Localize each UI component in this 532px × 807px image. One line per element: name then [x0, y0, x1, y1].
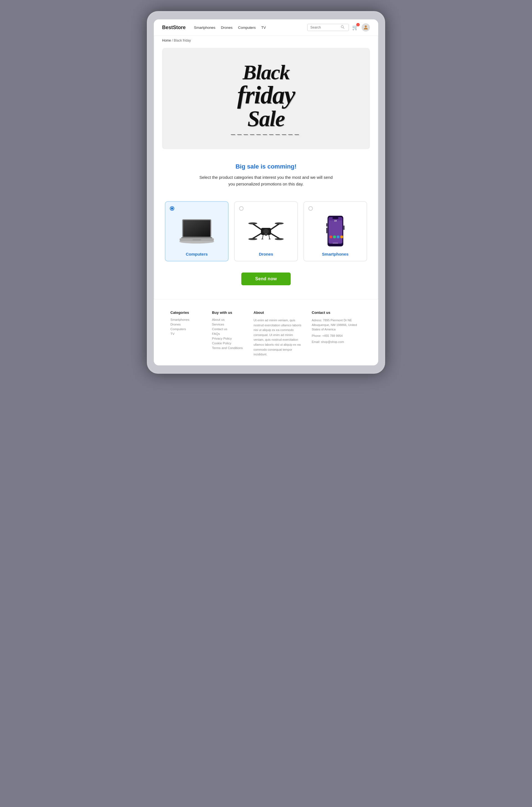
radio-smartphones	[308, 206, 313, 211]
svg-point-22	[252, 238, 253, 240]
svg-rect-6	[181, 237, 212, 239]
svg-rect-41	[326, 223, 327, 226]
footer-cat-tv[interactable]: TV	[170, 332, 204, 335]
footer-about-title: About	[253, 311, 303, 315]
sale-description: Select the product categories that inter…	[188, 174, 344, 187]
footer-buy-services[interactable]: Services	[212, 323, 245, 326]
svg-rect-39	[340, 236, 343, 238]
search-icon	[341, 25, 344, 30]
nav-drones[interactable]: Drones	[221, 25, 232, 30]
hero-line1: Black	[231, 62, 301, 82]
hero-banner: Black friday Sale ___________	[162, 48, 370, 149]
svg-line-27	[269, 235, 270, 239]
footer-contact-address: Adress: 7895 Piermont Dr NE Albuquerque,…	[312, 318, 362, 332]
sale-section: Big sale is comming! Select the product …	[154, 152, 378, 193]
footer-cat-computers[interactable]: Computers	[170, 327, 204, 331]
footer-buy-cookie[interactable]: Cookie Policy	[212, 341, 245, 345]
radio-computers	[170, 206, 174, 211]
footer-buy-terms[interactable]: Terms and Conditions	[212, 346, 245, 350]
svg-rect-42	[326, 228, 327, 233]
svg-line-15	[271, 234, 279, 239]
hero-text: Black friday Sale ___________	[231, 62, 301, 135]
cart-badge: 2	[356, 23, 360, 26]
categories-grid: Computers	[154, 193, 378, 270]
footer-buy-privacy[interactable]: Privacy Policy	[212, 337, 245, 340]
search-box	[307, 24, 349, 31]
footer-cat-smartphones[interactable]: Smartphones	[170, 318, 204, 321]
screen: BestStore Smartphones Drones Computers T…	[154, 19, 378, 365]
footer-buy-title: Buy with us	[212, 311, 245, 315]
footer-buy-faqs[interactable]: FAQs	[212, 332, 245, 335]
hero-underline: ___________	[231, 127, 301, 135]
avatar[interactable]	[362, 23, 370, 32]
breadcrumb-current: Black friday	[174, 39, 191, 42]
header-right: 🛒 2	[307, 23, 370, 32]
search-input[interactable]	[310, 25, 341, 30]
svg-rect-38	[337, 236, 339, 238]
computers-label: Computers	[170, 252, 224, 257]
main-nav: Smartphones Drones Computers TV	[194, 25, 307, 30]
footer-buy: Buy with us About us Services Contact us…	[212, 311, 245, 357]
nav-tv[interactable]: TV	[261, 25, 266, 30]
footer-about: About Ut enim ad minim veniam, quis nost…	[253, 311, 303, 357]
sale-heading: Big sale is comming!	[162, 163, 370, 170]
smartphones-label: Smartphones	[308, 252, 362, 257]
svg-line-26	[262, 235, 263, 239]
footer-contact-title: Contact us	[312, 311, 362, 315]
svg-line-14	[253, 234, 261, 239]
drones-image	[239, 213, 293, 249]
nav-computers[interactable]: Computers	[238, 25, 256, 30]
svg-rect-37	[333, 236, 336, 238]
cart-button[interactable]: 🛒 2	[352, 24, 358, 31]
svg-point-2	[365, 25, 366, 27]
footer-contact-phone: Phone: +455 788 9954	[312, 334, 362, 338]
category-card-computers[interactable]: Computers	[165, 201, 229, 261]
svg-text:15: 15	[334, 220, 337, 222]
svg-point-23	[279, 238, 280, 240]
svg-line-13	[271, 224, 279, 229]
svg-line-1	[343, 28, 344, 29]
footer-categories: Categories Smartphones Drones Computers …	[170, 311, 204, 357]
header: BestStore Smartphones Drones Computers T…	[154, 19, 378, 36]
footer-buy-contact[interactable]: Contact us	[212, 327, 245, 331]
svg-point-11	[263, 229, 269, 234]
radio-drones	[239, 206, 244, 211]
hero-line2: friday	[231, 82, 301, 108]
logo[interactable]: BestStore	[162, 25, 186, 31]
svg-rect-9	[193, 239, 201, 240]
breadcrumb-home[interactable]: Home	[162, 39, 171, 42]
category-card-smartphones[interactable]: 15 Smartphones	[303, 201, 367, 261]
svg-rect-40	[332, 243, 338, 243]
footer-cat-drones[interactable]: Drones	[170, 323, 204, 326]
svg-rect-36	[329, 236, 332, 238]
nav-smartphones[interactable]: Smartphones	[194, 25, 215, 30]
footer: Categories Smartphones Drones Computers …	[154, 299, 378, 365]
svg-line-12	[253, 224, 261, 229]
send-section: Send now	[154, 270, 378, 299]
svg-point-25	[265, 234, 267, 235]
smartphones-image: 15	[308, 213, 362, 249]
footer-categories-title: Categories	[170, 311, 204, 315]
device-frame: BestStore Smartphones Drones Computers T…	[147, 11, 385, 374]
svg-rect-5	[183, 220, 210, 237]
svg-point-20	[252, 223, 253, 224]
svg-point-21	[279, 223, 280, 224]
footer-contact-email: Email: shop@shop.com	[312, 340, 362, 344]
breadcrumb: Home / Black friday	[154, 36, 378, 45]
footer-buy-about[interactable]: About us	[212, 318, 245, 321]
black-friday-title: Black friday Sale ___________	[231, 62, 301, 135]
computers-image	[170, 213, 224, 249]
svg-rect-43	[343, 225, 344, 230]
footer-about-text: Ut enim ad minim veniam, quis nostrud ex…	[253, 318, 303, 357]
drones-label: Drones	[239, 252, 293, 257]
footer-contact: Contact us Adress: 7895 Piermont Dr NE A…	[312, 311, 362, 357]
category-card-drones[interactable]: Drones	[234, 201, 298, 261]
send-now-button[interactable]: Send now	[241, 273, 291, 285]
svg-rect-34	[332, 217, 338, 219]
